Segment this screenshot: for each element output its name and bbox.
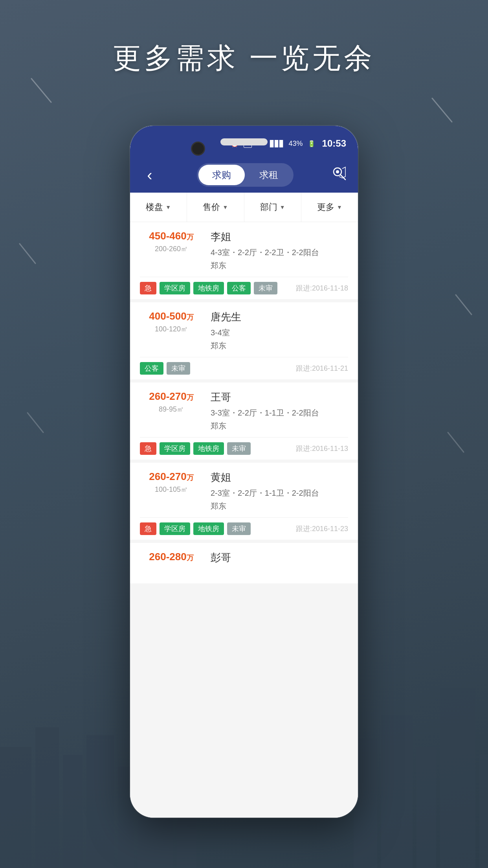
listing-card-1[interactable]: 450-460万 200-260㎡ 李姐 4-3室・2-2厅・2-2卫・2-2阳… — [130, 222, 358, 299]
time-display: 10:53 — [322, 138, 346, 149]
filter-bar: 楼盘 ▼ 售价 ▼ 部门 ▼ 更多 ▼ — [130, 193, 358, 222]
price-range-5: 260-280万 — [140, 551, 203, 563]
listing-footer-3: 急 学区房 地铁房 未审 跟进:2016-11-13 — [140, 437, 348, 460]
filter-department-label: 部门 — [260, 201, 277, 213]
listing-main-3: 260-270万 89-95㎡ 王哥 3-3室・2-2厅・1-1卫・2-2阳台 … — [140, 390, 348, 437]
tag-metro-1: 地铁房 — [193, 282, 224, 294]
follow-date-3: 跟进:2016-11-13 — [296, 444, 348, 453]
nav-bar: ‹ 求购 求租 — [130, 157, 358, 193]
filter-property-label: 楼盘 — [146, 201, 163, 213]
listing-price-1: 450-460万 200-260㎡ — [140, 230, 203, 271]
listing-name-2: 唐先生 — [211, 310, 348, 324]
listings-container: 450-460万 200-260㎡ 李姐 4-3室・2-2厅・2-2卫・2-2阳… — [130, 222, 358, 818]
listing-location-3: 郑东 — [211, 421, 348, 431]
tag-urgent-4: 急 — [140, 522, 156, 535]
tags-1: 急 学区房 地铁房 公客 未审 — [140, 282, 277, 294]
tags-2: 公客 未审 — [140, 362, 190, 375]
listing-location-4: 郑东 — [211, 501, 348, 511]
listing-info-2: 唐先生 3-4室 郑东 — [211, 310, 348, 351]
listing-footer-1: 急 学区房 地铁房 公客 未审 跟进:2016-11-18 — [140, 277, 348, 299]
tag-school-1: 学区房 — [160, 282, 190, 294]
listing-info-4: 黄姐 2-3室・2-2厅・1-1卫・2-2阳台 郑东 — [211, 471, 348, 511]
price-range-4: 260-270万 — [140, 471, 203, 483]
follow-date-2: 跟进:2016-11-21 — [296, 364, 348, 373]
listing-location-1: 郑东 — [211, 260, 348, 271]
listing-footer-2: 公客 未审 跟进:2016-11-21 — [140, 357, 348, 379]
price-area-4: 100-105㎡ — [140, 485, 203, 494]
listing-footer-4: 急 学区房 地铁房 未审 跟进:2016-11-23 — [140, 517, 348, 540]
listing-card-2[interactable]: 400-500万 100-120㎡ 唐先生 3-4室 郑东 公客 未审 — [130, 302, 358, 379]
filter-price-arrow: ▼ — [222, 204, 228, 210]
battery-icon: 🔋 — [308, 140, 316, 147]
tag-metro-3: 地铁房 — [193, 442, 224, 455]
listing-main-4: 260-270万 100-105㎡ 黄姐 2-3室・2-2厅・1-1卫・2-2阳… — [140, 471, 348, 517]
listing-info-1: 李姐 4-3室・2-2厅・2-2卫・2-2阳台 郑东 — [211, 230, 348, 271]
follow-date-4: 跟进:2016-11-23 — [296, 524, 348, 533]
map-icon[interactable] — [330, 166, 348, 184]
filter-price[interactable]: 售价 ▼ — [187, 193, 244, 222]
listing-detail-2: 3-4室 — [211, 327, 348, 338]
tags-3: 急 学区房 地铁房 未审 — [140, 442, 251, 455]
price-area-2: 100-120㎡ — [140, 324, 203, 334]
listing-name-4: 黄姐 — [211, 471, 348, 484]
listing-detail-4: 2-3室・2-2厅・1-1卫・2-2阳台 — [211, 487, 348, 498]
headline: 更多需求 一览无余 — [0, 39, 488, 77]
tag-pending-1: 未审 — [254, 282, 277, 294]
price-area-3: 89-95㎡ — [140, 405, 203, 414]
listing-detail-1: 4-3室・2-2厅・2-2卫・2-2阳台 — [211, 247, 348, 258]
price-area-1: 200-260㎡ — [140, 244, 203, 254]
listing-price-2: 400-500万 100-120㎡ — [140, 310, 203, 351]
listing-location-2: 郑东 — [211, 340, 348, 351]
tab-buy[interactable]: 求购 — [198, 165, 245, 185]
filter-department-arrow: ▼ — [280, 204, 285, 210]
listing-price-3: 260-270万 89-95㎡ — [140, 390, 203, 431]
signal-bars-icon: ▊▊▊ — [270, 140, 284, 147]
phone-camera — [191, 142, 205, 156]
tab-rent[interactable]: 求租 — [246, 165, 292, 185]
listing-card-4[interactable]: 260-270万 100-105㎡ 黄姐 2-3室・2-2厅・1-1卫・2-2阳… — [130, 463, 358, 540]
phone-screen: ⏰ 1 4G ▊▊▊ 43% 🔋 10:53 ‹ 求购 求租 — [130, 126, 358, 818]
tag-metro-4: 地铁房 — [193, 522, 224, 535]
svg-point-19 — [336, 170, 339, 173]
filter-more[interactable]: 更多 ▼ — [301, 193, 358, 222]
listing-info-3: 王哥 3-3室・2-2厅・1-1卫・2-2阳台 郑东 — [211, 390, 348, 431]
tag-public-1: 公客 — [227, 282, 251, 294]
filter-department[interactable]: 部门 ▼ — [244, 193, 301, 222]
tag-urgent-3: 急 — [140, 442, 156, 455]
price-range-1: 450-460万 — [140, 230, 203, 242]
tags-4: 急 学区房 地铁房 未审 — [140, 522, 251, 535]
filter-price-label: 售价 — [203, 201, 220, 213]
filter-more-arrow: ▼ — [337, 204, 342, 210]
follow-date-1: 跟进:2016-11-18 — [296, 283, 348, 293]
nav-tabs: 求购 求租 — [197, 163, 294, 187]
tag-urgent-1: 急 — [140, 282, 156, 294]
listing-name-1: 李姐 — [211, 230, 348, 244]
listing-info-5: 彭哥 — [211, 551, 348, 568]
listing-card-5[interactable]: 260-280万 彭哥 — [130, 543, 358, 583]
price-range-2: 400-500万 — [140, 310, 203, 322]
back-button[interactable]: ‹ — [140, 166, 160, 184]
phone-speaker — [220, 138, 268, 145]
tag-pending-2: 未审 — [167, 362, 190, 375]
battery-percentage: 43% — [289, 140, 303, 148]
listing-price-4: 260-270万 100-105㎡ — [140, 471, 203, 511]
phone-mockup: ⏰ 1 4G ▊▊▊ 43% 🔋 10:53 ‹ 求购 求租 — [130, 126, 358, 818]
tag-public-2: 公客 — [140, 362, 163, 375]
tag-school-4: 学区房 — [160, 522, 190, 535]
price-range-3: 260-270万 — [140, 390, 203, 403]
tag-pending-3: 未审 — [227, 442, 251, 455]
filter-property[interactable]: 楼盘 ▼ — [130, 193, 187, 222]
filter-more-label: 更多 — [317, 201, 334, 213]
listing-name-3: 王哥 — [211, 390, 348, 404]
listing-price-5: 260-280万 — [140, 551, 203, 568]
tag-school-3: 学区房 — [160, 442, 190, 455]
listing-detail-3: 3-3室・2-2厅・1-1卫・2-2阳台 — [211, 407, 348, 418]
listing-name-5: 彭哥 — [211, 551, 348, 565]
listing-main-1: 450-460万 200-260㎡ 李姐 4-3室・2-2厅・2-2卫・2-2阳… — [140, 230, 348, 277]
listing-main-5: 260-280万 彭哥 — [140, 551, 348, 574]
tag-pending-4: 未审 — [227, 522, 251, 535]
listing-card-3[interactable]: 260-270万 89-95㎡ 王哥 3-3室・2-2厅・1-1卫・2-2阳台 … — [130, 383, 358, 460]
listing-main-2: 400-500万 100-120㎡ 唐先生 3-4室 郑东 — [140, 310, 348, 357]
filter-property-arrow: ▼ — [165, 204, 171, 210]
